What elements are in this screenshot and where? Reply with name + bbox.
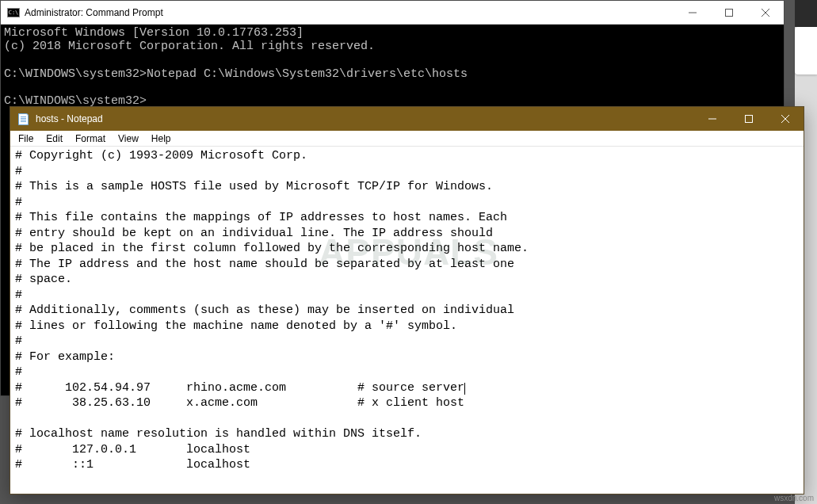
svg-rect-1 — [726, 9, 733, 16]
cmd-window-controls — [674, 1, 784, 24]
notepad-window: hosts - Notepad File Edit Format View He… — [10, 106, 804, 494]
cmd-app-icon: C:\ — [7, 8, 20, 17]
cmd-minimize-button[interactable] — [674, 1, 711, 24]
notepad-titlebar[interactable]: hosts - Notepad — [10, 107, 804, 131]
browser-tab-strip-fragment — [795, 0, 817, 27]
menu-file[interactable]: File — [12, 132, 40, 146]
cmd-maximize-button[interactable] — [711, 1, 747, 24]
menu-help[interactable]: Help — [145, 132, 178, 146]
cmd-line: (c) 2018 Microsoft Corporation. All righ… — [4, 40, 375, 53]
close-icon — [762, 9, 769, 17]
notepad-window-title: hosts - Notepad — [36, 113, 694, 124]
text-caret — [464, 383, 465, 395]
notepad-maximize-button[interactable] — [731, 107, 767, 131]
watermark-credit: wsxdn.com — [774, 494, 814, 502]
browser-page-fragment — [795, 27, 817, 74]
notepad-window-controls — [694, 107, 804, 131]
svg-rect-5 — [746, 116, 753, 123]
maximize-icon — [745, 115, 753, 123]
menu-format[interactable]: Format — [69, 132, 112, 146]
cmd-window-title: Administrator: Command Prompt — [25, 7, 674, 18]
menu-view[interactable]: View — [112, 132, 145, 146]
hosts-file-content-part2: # 38.25.63.10 x.acme.com # x client host… — [15, 396, 464, 472]
notepad-menubar: File Edit Format View Help — [10, 131, 804, 147]
minimize-icon — [708, 115, 716, 123]
menu-edit[interactable]: Edit — [40, 132, 69, 146]
notepad-close-button[interactable] — [767, 107, 804, 131]
notepad-minimize-button[interactable] — [694, 107, 731, 131]
hosts-file-content-part1: # Copyright (c) 1993-2009 Microsoft Corp… — [15, 149, 529, 395]
notepad-app-icon — [18, 113, 31, 125]
cmd-titlebar[interactable]: C:\ Administrator: Command Prompt — [1, 1, 784, 25]
cmd-terminal-output[interactable]: Microsoft Windows [Version 10.0.17763.25… — [1, 25, 784, 110]
cmd-close-button[interactable] — [747, 1, 784, 24]
cmd-line: C:\WINDOWS\system32>Notepad C:\Windows\S… — [4, 67, 468, 81]
notepad-text-area[interactable]: # Copyright (c) 1993-2009 Microsoft Corp… — [10, 147, 804, 475]
minimize-icon — [689, 9, 697, 17]
close-icon — [781, 115, 789, 123]
cmd-line: Microsoft Windows [Version 10.0.17763.25… — [4, 26, 304, 40]
maximize-icon — [725, 9, 733, 17]
